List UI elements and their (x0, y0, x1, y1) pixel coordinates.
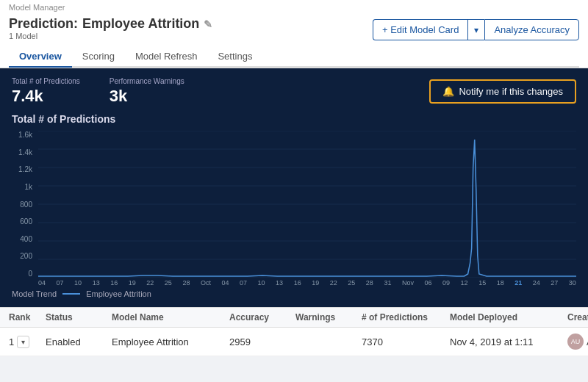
deployed-value: Nov 4, 2019 at 1:11 (450, 336, 567, 347)
metrics-row: Total # of Predictions 7.4k Performance … (12, 77, 576, 106)
model-trend-row: Model Trend Employee Attrition (12, 289, 576, 298)
model-count: 1 Model (9, 32, 212, 40)
analyze-accuracy-button[interactable]: Analyze Accuracy (484, 19, 579, 40)
col-predictions: # of Predictions (362, 312, 450, 322)
chart-title: Total # of Predictions (12, 113, 576, 125)
predictions-value: 7370 (362, 336, 450, 347)
col-rank: Rank (9, 312, 46, 322)
y-label-7: 200 (12, 252, 35, 260)
metric-total-predictions: Total # of Predictions 7.4k (12, 77, 80, 106)
prediction-text: Prediction: (9, 16, 78, 32)
trend-line-icon (62, 293, 80, 295)
app-container: Model Manager Prediction: Employee Attri… (0, 0, 588, 356)
y-label-6: 400 (12, 235, 35, 243)
chart-section: Total # of Predictions 7.4k Performance … (0, 68, 588, 307)
notify-button[interactable]: 🔔 Notify me if this changes (429, 79, 576, 104)
y-label-0: 1.6k (12, 131, 35, 139)
x-axis-labels: 04 07 10 13 16 19 22 25 28 Oct 04 07 10 … (12, 279, 576, 286)
edit-icon[interactable]: ✎ (204, 18, 212, 30)
chart-area: 1.6k 1.4k 1.2k 1k 800 600 400 200 0 (12, 131, 576, 278)
y-label-5: 600 (12, 217, 35, 226)
header-buttons: + Edit Model Card ▾ Analyze Accuracy (373, 19, 579, 40)
prediction-header: Prediction: Employee Attrition ✎ 1 Model… (9, 13, 579, 46)
metric-warnings-value: 3k (110, 87, 184, 106)
tab-scoring[interactable]: Scoring (72, 46, 125, 68)
y-label-3: 1k (12, 183, 35, 191)
series-label: Employee Attrition (86, 289, 151, 298)
rank-value: 1 (9, 336, 14, 347)
col-warnings: Warnings (295, 312, 362, 322)
rank-dropdown-button[interactable]: ▾ (17, 336, 29, 348)
col-model-name: Model Name (112, 312, 229, 322)
metric-total-value: 7.4k (12, 87, 80, 106)
table-section: Rank Status Model Name Accuracy Warnings… (0, 307, 588, 356)
metric-warnings-label: Performance Warnings (110, 77, 184, 85)
chart-svg (38, 131, 576, 278)
tab-overview[interactable]: Overview (9, 46, 72, 68)
tabs: Overview Scoring Model Refresh Settings (9, 46, 579, 68)
y-label-2: 1.2k (12, 165, 35, 173)
model-name-value: Employee Attrition (112, 336, 229, 347)
col-deployed: Model Deployed (450, 312, 567, 322)
app-title: Model Manager (9, 3, 579, 12)
tab-model-refresh[interactable]: Model Refresh (125, 46, 208, 68)
y-label-4: 800 (12, 201, 35, 209)
table-header: Rank Status Model Name Accuracy Warnings… (0, 308, 588, 328)
y-axis: 1.6k 1.4k 1.2k 1k 800 600 400 200 0 (12, 131, 35, 278)
tab-settings[interactable]: Settings (207, 46, 262, 68)
col-accuracy: Accuracy (229, 312, 295, 322)
notify-label: Notify me if this changes (459, 86, 563, 97)
col-creator: Creator (567, 312, 588, 322)
col-status: Status (46, 312, 112, 322)
edit-model-card-button[interactable]: + Edit Model Card (373, 19, 467, 40)
model-name-heading: Employee Attrition (82, 16, 199, 32)
metric-total-label: Total # of Predictions (12, 77, 80, 85)
accuracy-value: 2959 (229, 336, 295, 347)
prediction-title-group: Prediction: Employee Attrition ✎ 1 Model (9, 16, 212, 43)
metric-performance-warnings: Performance Warnings 3k (110, 77, 184, 106)
top-bar: Model Manager Prediction: Employee Attri… (0, 0, 588, 68)
chart-line (38, 140, 576, 276)
edit-card-dropdown-button[interactable]: ▾ (467, 19, 484, 40)
creator-cell: AU Admin User (567, 334, 588, 350)
bell-icon: 🔔 (442, 86, 454, 97)
model-trend-label: Model Trend (12, 289, 57, 298)
chart-plot (38, 131, 576, 278)
rank-cell: 1 ▾ (9, 336, 46, 348)
y-label-1: 1.4k (12, 148, 35, 156)
prediction-label: Prediction: Employee Attrition ✎ (9, 16, 212, 32)
table-row: 1 ▾ Enabled Employee Attrition 2959 7370… (0, 328, 588, 356)
avatar: AU (567, 334, 584, 350)
status-value: Enabled (46, 336, 112, 347)
y-label-8: 0 (12, 270, 35, 278)
